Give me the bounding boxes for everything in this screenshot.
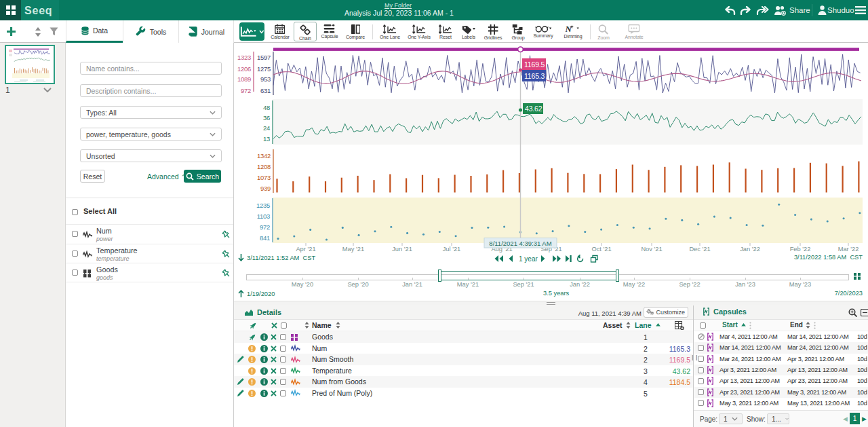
svg-text:1073: 1073 [257, 174, 271, 181]
svg-text:Mar '22: Mar '22 [838, 246, 859, 253]
svg-text:Dec '21: Dec '21 [689, 246, 710, 253]
svg-text:1169.5: 1169.5 [524, 60, 545, 69]
svg-text:Apr '21: Apr '21 [296, 246, 315, 253]
svg-text:Jul '21: Jul '21 [443, 246, 461, 253]
svg-text:972: 972 [241, 87, 251, 94]
svg-text:841: 841 [260, 234, 270, 242]
svg-text:N: N [566, 24, 572, 33]
svg-text:939: 939 [260, 185, 271, 192]
svg-text:Oct '21: Oct '21 [591, 246, 611, 253]
svg-text:48: 48 [263, 104, 270, 111]
svg-text:1103: 1103 [257, 212, 270, 220]
svg-text:953: 953 [260, 75, 271, 83]
svg-text:1206: 1206 [237, 65, 251, 73]
svg-text:1165.3: 1165.3 [524, 72, 545, 80]
svg-text:36: 36 [263, 114, 270, 122]
svg-text:1597: 1597 [257, 54, 271, 61]
svg-text:1235: 1235 [256, 202, 270, 209]
svg-text:1 year: 1 year [519, 255, 538, 263]
svg-text:1275: 1275 [257, 65, 271, 73]
svg-text:Nov '21: Nov '21 [641, 246, 662, 253]
svg-text:Jan '22: Jan '22 [740, 246, 760, 253]
svg-text:24: 24 [263, 124, 270, 132]
svg-text:Feb '22: Feb '22 [790, 246, 811, 253]
svg-text:Jun '21: Jun '21 [392, 246, 412, 253]
svg-text:1323: 1323 [237, 54, 251, 61]
svg-text:May '21: May '21 [342, 246, 364, 253]
svg-text:13: 13 [263, 135, 270, 143]
svg-text:1342: 1342 [257, 152, 271, 160]
svg-text:631: 631 [260, 87, 271, 94]
svg-text:43.62: 43.62 [525, 105, 542, 113]
svg-text:Seeq: Seeq [24, 5, 52, 16]
svg-text:1208: 1208 [257, 163, 271, 170]
svg-text:1089: 1089 [237, 75, 251, 83]
svg-text:972: 972 [260, 223, 270, 231]
svg-text:8/11/2021 4:39:31 AM: 8/11/2021 4:39:31 AM [489, 240, 551, 247]
